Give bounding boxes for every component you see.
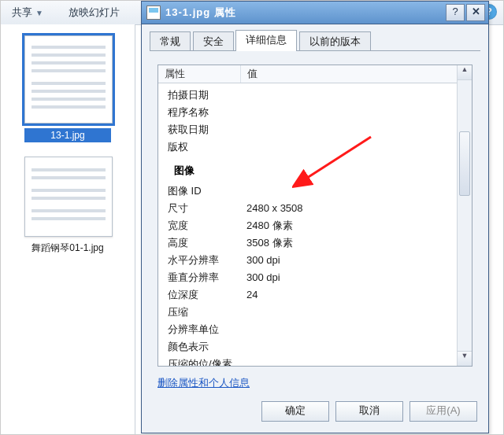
- prop-row[interactable]: 宽度2480 像素: [168, 217, 458, 234]
- header-value: 值: [241, 65, 458, 83]
- prop-row[interactable]: 高度3508 像素: [168, 234, 458, 252]
- apply-button[interactable]: 应用(A): [410, 401, 477, 422]
- scroll-up-button[interactable]: ▲: [458, 65, 472, 80]
- header-property: 属性: [158, 65, 241, 83]
- dialog-titlebar[interactable]: 13-1.jpg 属性 ? ✕: [142, 2, 488, 24]
- remove-properties-link[interactable]: 删除属性和个人信息: [158, 376, 250, 390]
- image-file-icon: [146, 6, 161, 20]
- window-close-button[interactable]: ✕: [466, 4, 485, 21]
- dialog-tabs: 常规 安全 详细信息 以前的版本: [150, 30, 480, 50]
- prop-row[interactable]: 压缩: [168, 304, 458, 321]
- thumbnail-preview: [24, 35, 113, 123]
- dialog-button-row: 确定 取消 应用(A): [255, 401, 477, 425]
- prop-row[interactable]: 版权: [168, 138, 458, 156]
- cancel-button[interactable]: 取消: [335, 401, 403, 422]
- dialog-title: 13-1.jpg 属性: [165, 6, 236, 20]
- prop-row[interactable]: 压缩的位/像素: [168, 356, 458, 366]
- window-help-button[interactable]: ?: [446, 4, 465, 21]
- tab-general[interactable]: 常规: [150, 31, 191, 51]
- scroll-down-button[interactable]: ▼: [458, 351, 472, 366]
- details-list: 属性 值 拍摄日期 程序名称 获取日期 版权 图像 图像 ID 尺寸2480 x…: [158, 65, 472, 367]
- prop-row[interactable]: 图像 ID: [168, 182, 458, 200]
- thumbnail-caption: 舞蹈钢琴01-1.jpg: [24, 241, 111, 254]
- toolbar-share-label: 共享: [12, 6, 32, 18]
- prop-row[interactable]: 程序名称: [168, 104, 458, 121]
- thumbnail-item[interactable]: 13-1.jpg: [24, 35, 111, 142]
- details-scrollbar[interactable]: ▲ ▼: [457, 65, 472, 366]
- scroll-thumb[interactable]: [459, 131, 470, 196]
- thumbnail-item[interactable]: 舞蹈钢琴01-1.jpg: [24, 157, 111, 254]
- remove-properties-link-text: 删除属性和个人信息: [158, 377, 250, 389]
- toolbar-slideshow[interactable]: 放映幻灯片: [57, 1, 131, 24]
- prop-row[interactable]: 获取日期: [168, 121, 458, 138]
- prop-row[interactable]: 水平分辨率300 dpi: [168, 252, 458, 269]
- toolbar-share[interactable]: 共享▼: [1, 1, 54, 24]
- prop-row[interactable]: 分辨率单位: [168, 321, 458, 338]
- prop-row[interactable]: 拍摄日期: [168, 87, 458, 104]
- details-header: 属性 值: [158, 65, 458, 83]
- thumbnail-caption: 13-1.jpg: [24, 128, 111, 142]
- thumbnail-preview: [24, 157, 113, 237]
- properties-dialog: 13-1.jpg 属性 ? ✕ 常规 安全 详细信息 以前的版本 属性 值: [141, 1, 489, 433]
- chevron-down-icon: ▼: [35, 9, 43, 17]
- dialog-body: 常规 安全 详细信息 以前的版本 属性 值 拍摄日期 程序名称 获取日期 版: [150, 30, 480, 398]
- tab-previous-versions[interactable]: 以前的版本: [299, 31, 371, 51]
- prop-row[interactable]: 位深度24: [168, 286, 458, 304]
- tab-security[interactable]: 安全: [193, 31, 234, 51]
- thumbnail-pane: 13-1.jpg 舞蹈钢琴01-1.jpg: [1, 24, 135, 434]
- section-image: 图像: [174, 164, 458, 178]
- prop-row[interactable]: 垂直分辨率300 dpi: [168, 269, 458, 286]
- toolbar-slideshow-label: 放映幻灯片: [69, 6, 120, 18]
- prop-row[interactable]: 颜色表示: [168, 338, 458, 356]
- ok-button[interactable]: 确定: [261, 401, 329, 422]
- prop-row-dimensions[interactable]: 尺寸2480 x 3508: [168, 200, 458, 217]
- tab-details[interactable]: 详细信息: [235, 30, 297, 51]
